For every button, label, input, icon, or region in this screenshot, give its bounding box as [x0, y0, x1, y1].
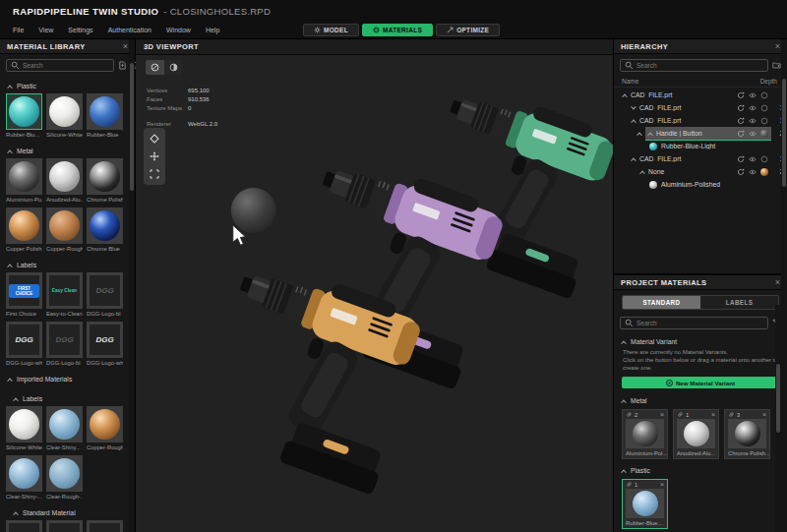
hierarchy-tree-row[interactable]: CAD_FILE.prt 1 [614, 152, 787, 165]
material-tile[interactable]: DGG [46, 520, 83, 532]
project-material-card[interactable]: 2 × Aluminium-Pol... [622, 409, 668, 459]
material-slot-icon[interactable] [760, 168, 768, 176]
project-materials-section-header[interactable]: Plastic [614, 462, 787, 476]
material-tile[interactable]: FIRST CHOICE First Choice [6, 272, 42, 318]
material-slot-icon[interactable] [760, 130, 768, 138]
hierarchy-tree-row[interactable]: CAD_FILE.prt [614, 89, 787, 101]
material-tile[interactable]: Aluminium-Pu... [6, 158, 42, 204]
close-icon[interactable]: × [775, 42, 780, 51]
orbit-tool-button[interactable] [147, 131, 162, 147]
dragged-material-sphere[interactable] [231, 188, 276, 233]
material-tile[interactable]: DGG [6, 520, 42, 532]
contrast-toggle[interactable] [164, 60, 183, 75]
hierarchy-tree-row[interactable]: CAD_FILE.prt 1 [614, 101, 787, 114]
material-tile[interactable]: Easy Clean Easy-to-Clean [46, 272, 83, 318]
hierarchy-tree-row[interactable]: CAD_FILE.prt 1 [614, 114, 787, 127]
reset-icon[interactable] [737, 155, 745, 163]
material-tile[interactable]: Rubber-Blue [87, 93, 123, 139]
material-tile[interactable]: Clear-Shiny-... [6, 455, 42, 501]
fit-view-button[interactable] [147, 166, 162, 182]
reset-icon[interactable] [737, 168, 745, 176]
library-section-header[interactable]: Imported Materials [0, 373, 135, 385]
material-tile[interactable]: Copper Polish... [6, 207, 42, 253]
material-tile[interactable]: DGG DGG-Logo-wh [87, 322, 123, 367]
menu-item[interactable]: Help [206, 27, 219, 33]
material-slot-icon[interactable] [760, 104, 768, 112]
new-folder-icon[interactable] [772, 61, 781, 70]
remove-material-icon[interactable]: × [762, 411, 766, 418]
material-tile[interactable]: DGG DGG-Logo-bl [46, 322, 83, 367]
material-tile[interactable]: Copper-Rough [87, 406, 123, 451]
material-tile[interactable]: Copper-Rough [46, 207, 83, 253]
material-tile[interactable]: Chrome Polish... [87, 158, 123, 204]
tab-standard[interactable]: STANDARD [623, 296, 700, 309]
library-section-header[interactable]: Metal [0, 145, 135, 157]
visibility-eye-icon[interactable] [749, 168, 757, 176]
material-tile[interactable]: DGG DGG-Logo-bl [87, 272, 123, 318]
material-variant-section-header[interactable]: Material Variant [614, 333, 787, 347]
remove-material-icon[interactable]: × [660, 481, 664, 488]
menu-item[interactable]: File [13, 27, 24, 33]
visibility-eye-icon[interactable] [749, 104, 757, 112]
close-icon[interactable]: × [775, 278, 780, 287]
remove-material-icon[interactable]: × [711, 411, 715, 418]
chevron-icon[interactable] [639, 170, 645, 176]
remove-material-icon[interactable]: × [660, 411, 664, 418]
material-slot-icon[interactable] [760, 117, 768, 125]
reset-icon[interactable] [737, 104, 745, 112]
material-tile[interactable]: Silicone-White [6, 406, 42, 451]
menu-item[interactable]: Window [166, 27, 191, 33]
material-tile[interactable]: Anodized-Alu... [46, 158, 83, 204]
viewport-canvas[interactable]: Vertices695,100 Faces910,536 Texture Map… [136, 55, 613, 532]
project-material-card[interactable]: 1 × Rubber-Blue... [622, 479, 668, 529]
chevron-up-icon[interactable] [636, 132, 642, 138]
tab-labels[interactable]: LABELS [700, 296, 778, 309]
material-tile[interactable]: Clear-Rough-... [46, 455, 83, 501]
project-materials-section-header[interactable]: Metal [614, 392, 787, 406]
mode-button-optimize[interactable]: OPTIMIZE [436, 24, 500, 36]
material-tile[interactable]: DGG [87, 520, 123, 532]
new-material-variant-button[interactable]: + New Material Variant [622, 377, 779, 388]
material-slot-icon[interactable] [760, 155, 768, 163]
visibility-eye-icon[interactable] [749, 155, 757, 163]
material-tile[interactable]: Rubber-Blu... [6, 93, 42, 139]
hierarchy-search[interactable] [620, 59, 768, 72]
hierarchy-tree-row[interactable]: Aluminium-Polished [614, 178, 787, 191]
reset-icon[interactable] [737, 117, 745, 125]
visibility-eye-icon[interactable] [749, 91, 757, 99]
visibility-eye-icon[interactable] [749, 117, 757, 125]
library-section-header[interactable]: Labels [0, 259, 135, 271]
close-icon[interactable]: × [123, 42, 128, 51]
material-library-scrollbar[interactable] [129, 39, 135, 532]
mode-button-materials[interactable]: MATERIALS [362, 24, 433, 36]
chevron-icon[interactable] [631, 157, 636, 163]
material-slot-icon[interactable] [760, 91, 768, 99]
chevron-icon[interactable] [631, 119, 636, 125]
import-material-icon[interactable] [118, 61, 127, 70]
project-material-card[interactable]: 1 × Anodized-Alu... [673, 409, 719, 459]
material-tile[interactable]: Silicone-White [46, 93, 83, 139]
project-material-card[interactable]: 3 × Chrome Polish... [724, 409, 770, 459]
library-section-header[interactable]: Plastic [0, 80, 135, 92]
visibility-eye-icon[interactable] [749, 130, 757, 138]
material-tile[interactable]: Clear-Shiny... [46, 406, 83, 451]
chevron-icon[interactable] [622, 93, 628, 99]
hierarchy-tree-row[interactable]: None 2 [614, 165, 787, 178]
material-tile[interactable]: Chrome Blue [87, 207, 123, 253]
reset-icon[interactable] [737, 91, 745, 99]
menu-item[interactable]: View [38, 27, 53, 33]
library-section-header[interactable]: Labels [0, 392, 135, 405]
menu-item[interactable]: Settings [68, 27, 92, 33]
right-panel-scrollbar[interactable] [781, 39, 787, 532]
hierarchy-tree-row[interactable]: Handle | Button 2 [614, 127, 787, 140]
menu-item[interactable]: Authentication [108, 27, 151, 33]
material-tile[interactable]: DGG DGG-Logo-wh [6, 322, 42, 367]
chevron-icon[interactable] [631, 103, 636, 109]
pan-tool-button[interactable] [147, 148, 162, 164]
render-mode-toggle[interactable] [146, 60, 164, 75]
library-section-header[interactable]: Standard Material [0, 506, 135, 519]
mode-button-model[interactable]: MODEL [303, 24, 359, 36]
chevron-icon[interactable] [647, 132, 653, 138]
material-library-search[interactable] [6, 59, 114, 72]
hierarchy-tree-row[interactable]: Rubber-Blue-Light [614, 140, 787, 152]
